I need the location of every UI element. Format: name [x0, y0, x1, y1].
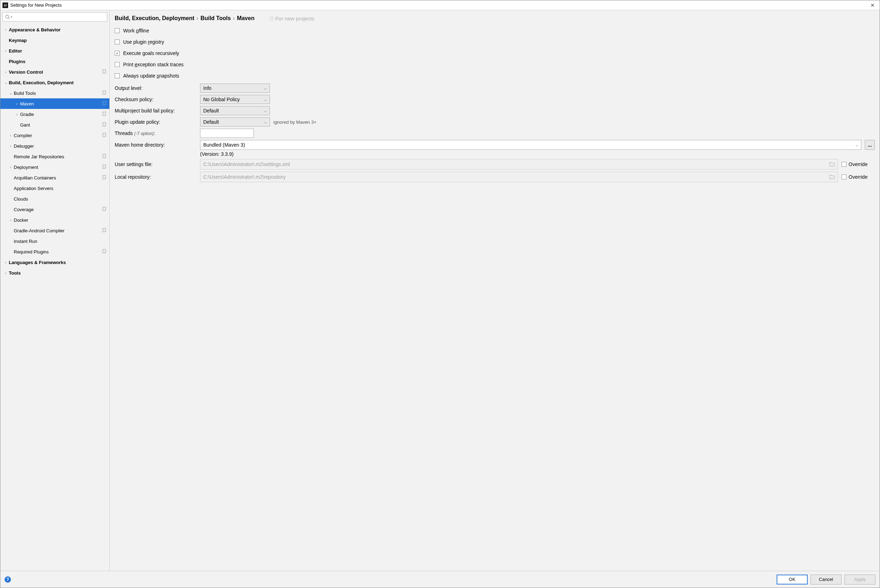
tree-item[interactable]: ›Gradle: [0, 109, 109, 120]
output-level-select[interactable]: Info ⌵: [200, 84, 270, 93]
update-snapshots-label[interactable]: Always update snapshots: [123, 73, 179, 79]
copy-icon: [100, 69, 107, 75]
exec-recursive-row: ✓ Execute goals recursively: [115, 48, 875, 59]
tree-item[interactable]: ›Appearance & Behavior: [0, 24, 109, 35]
tree-item-label: Coverage: [14, 207, 100, 212]
tree-item[interactable]: ›Docker: [0, 214, 109, 225]
checksum-label: Checksum policy:: [115, 97, 197, 102]
output-level-value: Info: [203, 85, 211, 91]
tree-item[interactable]: ›Required Plugins: [0, 246, 109, 257]
tree-item[interactable]: ›Tools: [0, 267, 109, 278]
print-exception-label[interactable]: Print exception stack traces: [123, 62, 184, 68]
app-icon: IJ: [3, 3, 8, 8]
work-offline-row: Work offline: [115, 25, 875, 36]
crumb-sep: ›: [197, 15, 198, 21]
tree-item-label: Plugins: [9, 59, 107, 64]
search-dropdown-icon[interactable]: ▾: [11, 15, 12, 19]
tree-item[interactable]: ⌄Build Tools: [0, 88, 109, 98]
work-offline-checkbox[interactable]: [115, 28, 120, 33]
maven-home-row: Maven home directory: Bundled (Maven 3) …: [115, 140, 875, 150]
override-label[interactable]: Override: [848, 162, 868, 167]
chevron-right-icon: ›: [8, 218, 13, 222]
ok-button[interactable]: OK: [777, 574, 808, 585]
chevron-right-icon: ›: [8, 133, 13, 138]
tree-item[interactable]: ›Application Servers: [0, 183, 109, 194]
tree-item-label: Docker: [14, 218, 107, 223]
maven-home-browse-button[interactable]: ...: [865, 140, 875, 150]
tree-item[interactable]: ›Version Control: [0, 67, 109, 77]
tree-item[interactable]: ›Gradle-Android Compiler: [0, 225, 109, 236]
copy-icon: [100, 164, 107, 170]
copy-icon: [100, 175, 107, 181]
tree-item[interactable]: ›Editor: [0, 45, 109, 56]
plugin-registry-label[interactable]: Use plugin registry: [123, 39, 164, 45]
tree-item[interactable]: ›Maven: [0, 98, 109, 109]
plugin-update-select[interactable]: Default ⌵: [200, 117, 270, 126]
copy-icon: [100, 228, 107, 234]
work-offline-label[interactable]: Work offline: [123, 28, 149, 33]
tree-item[interactable]: ›Deployment: [0, 162, 109, 172]
update-snapshots-checkbox[interactable]: [115, 74, 120, 78]
tree-item[interactable]: ›Keymap: [0, 35, 109, 45]
chevron-right-icon: ›: [15, 112, 20, 116]
user-settings-input: C:\Users\Administrator\.m2\settings.xml: [200, 159, 838, 170]
chevron-right-icon: ›: [8, 176, 13, 180]
user-settings-override: Override: [842, 162, 875, 167]
tree-item[interactable]: ⌄Build, Execution, Deployment: [0, 77, 109, 88]
folder-icon[interactable]: [829, 174, 835, 180]
threads-input[interactable]: [200, 129, 254, 138]
tree-item[interactable]: ›Coverage: [0, 204, 109, 214]
window-body: ▾ ›Appearance & Behavior›Keymap›Editor›P…: [0, 10, 880, 571]
tree-item-label: Tools: [9, 270, 107, 276]
apply-button[interactable]: Apply: [844, 574, 875, 585]
plugin-registry-checkbox[interactable]: [115, 39, 120, 44]
folder-icon[interactable]: [829, 162, 835, 168]
crumb-1[interactable]: Build, Execution, Deployment: [115, 15, 194, 21]
search-input[interactable]: [14, 15, 107, 20]
tree-item-label: Arquillian Containers: [14, 175, 100, 180]
exec-recursive-checkbox[interactable]: ✓: [115, 51, 120, 56]
tree-item[interactable]: ›Clouds: [0, 194, 109, 204]
breadcrumb-note-text: For new projects: [275, 15, 314, 21]
chevron-right-icon: ›: [8, 165, 13, 169]
chevron-right-icon: ›: [8, 250, 13, 254]
tree-item-label: Maven: [20, 101, 100, 106]
local-repo-value: C:\Users\Administrator\.m2\repository: [203, 174, 286, 180]
local-repo-override-checkbox[interactable]: [842, 174, 847, 179]
tree-item-label: Build Tools: [14, 91, 100, 96]
maven-version-text: (Version: 3.3.9): [200, 151, 861, 157]
chevron-down-icon: ⌄: [3, 80, 8, 85]
tree-item[interactable]: ›Debugger: [0, 141, 109, 151]
tree-item[interactable]: ›Arquillian Containers: [0, 172, 109, 183]
search-box[interactable]: ▾: [3, 12, 107, 21]
tree-item[interactable]: ›Compiler: [0, 130, 109, 141]
fail-policy-select[interactable]: Default ⌵: [200, 106, 270, 115]
tree-item[interactable]: ›Languages & Frameworks: [0, 257, 109, 267]
tree-item[interactable]: ›Gant: [0, 120, 109, 130]
close-button[interactable]: ✕: [868, 3, 877, 8]
tree-item[interactable]: ›Plugins: [0, 56, 109, 67]
chevron-right-icon: ›: [3, 27, 8, 32]
search-wrap: ▾: [0, 10, 109, 24]
crumb-2[interactable]: Build Tools: [200, 15, 231, 21]
tree-item-label: Editor: [9, 48, 107, 54]
chevron-right-icon: ›: [8, 186, 13, 190]
maven-home-label: Maven home directory:: [115, 142, 197, 148]
exec-recursive-label[interactable]: Execute goals recursively: [123, 50, 179, 56]
maven-home-combo[interactable]: Bundled (Maven 3) ⌵: [200, 140, 861, 150]
checksum-select[interactable]: No Global Policy ⌵: [200, 95, 270, 104]
user-settings-override-checkbox[interactable]: [842, 162, 847, 167]
breadcrumb: Build, Execution, Deployment › Build Too…: [110, 10, 880, 25]
override-label[interactable]: Override: [848, 174, 868, 180]
svg-point-0: [6, 15, 9, 18]
tree-item[interactable]: ›Remote Jar Repositories: [0, 151, 109, 162]
version-row: (Version: 3.3.9): [115, 151, 875, 157]
footer: ? OK Cancel Apply: [0, 571, 880, 588]
chevron-right-icon: ›: [3, 70, 8, 74]
cancel-button[interactable]: Cancel: [811, 574, 842, 585]
help-button[interactable]: ?: [5, 576, 11, 583]
tree-item[interactable]: ›Instant Run: [0, 236, 109, 246]
copy-icon: [100, 90, 107, 96]
maven-home-value: Bundled (Maven 3): [203, 142, 245, 148]
print-exception-checkbox[interactable]: [115, 62, 120, 67]
